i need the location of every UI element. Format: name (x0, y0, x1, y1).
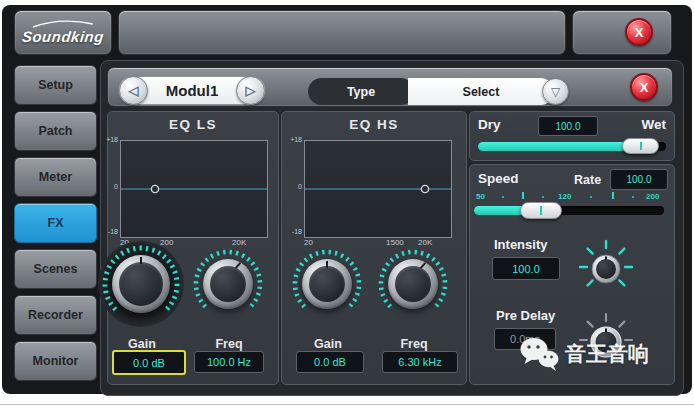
knob-notch (326, 261, 328, 268)
module-selector[interactable]: ◁ Modul1 ▷ (118, 76, 266, 105)
rate-value[interactable]: 100.0 (610, 169, 668, 190)
module-name: Modul1 (166, 82, 219, 99)
wechat-icon (518, 336, 560, 372)
logo-text: Soundking (21, 28, 105, 45)
eq-ls-graph[interactable] (120, 140, 268, 238)
wet-label: Wet (641, 117, 666, 132)
dry-wet-panel: Dry 100.0 Wet (469, 111, 675, 161)
intensity-value[interactable]: 100.0 (492, 257, 560, 280)
speed-handle[interactable] (520, 202, 562, 219)
intensity-knob[interactable] (574, 235, 638, 299)
soundking-logo: Soundking (15, 11, 111, 54)
eq-ls-point[interactable] (151, 185, 158, 192)
eq-hs-panel: EQ HS +18 0 -18 20 1500 20K (281, 111, 467, 385)
logo-button[interactable]: Soundking (14, 10, 112, 55)
eq-hs-freq-label: Freq (378, 337, 450, 351)
sidebar-item-recorder[interactable]: Recorder (14, 295, 97, 335)
rate-label: Rate (574, 173, 601, 187)
eq-hs-gain-label: Gain (292, 337, 364, 351)
scale-tick (502, 196, 504, 198)
eq-ls-gain-label: Gain (106, 337, 178, 351)
arrow-right-icon: ▷ (246, 83, 256, 98)
eq-hs-ymid: 0 (287, 183, 302, 190)
eq-ls-curve (121, 141, 267, 237)
scale-tick (612, 192, 614, 199)
intensity-label: Intensity (494, 237, 547, 252)
type-dropdown-button[interactable]: ▽ (542, 78, 569, 105)
scale-200: 200 (646, 192, 659, 201)
dry-label: Dry (478, 117, 501, 132)
type-select-field[interactable]: Select (408, 78, 554, 105)
eq-hs-ymin: -18 (287, 228, 302, 235)
fx-close-button[interactable]: X (630, 73, 658, 101)
scale-tick (522, 192, 524, 199)
eq-hs-graph[interactable] (304, 140, 452, 238)
module-row: ◁ Modul1 ▷ Type Select ▽ X (107, 67, 673, 107)
chevron-down-icon: ▽ (551, 85, 560, 99)
scale-tick (632, 196, 634, 198)
eq-hs-gain-value[interactable]: 0.0 dB (296, 351, 364, 373)
dry-wet-handle[interactable] (622, 138, 659, 154)
knob-notch (140, 257, 142, 264)
eq-ls-freq-knob[interactable] (189, 245, 267, 323)
bottom-divider (0, 404, 694, 405)
scale-120: 120 (558, 192, 571, 201)
eq-ls-freq-value[interactable]: 100.0 Hz (194, 351, 264, 373)
speed-slider[interactable] (474, 206, 664, 215)
speed-label: Speed (478, 171, 519, 186)
watermark: 音王音响 (518, 336, 649, 372)
logo-swoosh-icon (31, 20, 95, 28)
scale-50: 50 (476, 192, 485, 201)
eq-hs-freq-value[interactable]: 6.30 kHz (382, 351, 458, 373)
sidebar-item-fx[interactable]: FX (14, 203, 97, 243)
eq-hs-ymax: +18 (287, 136, 302, 143)
sidebar-item-meter[interactable]: Meter (14, 157, 97, 197)
knob-notch (235, 262, 241, 269)
slider-fill (478, 142, 643, 151)
eq-ls-freq-label: Freq (193, 337, 265, 351)
window-close-button[interactable]: X (625, 18, 653, 46)
eq-hs-freq-knob[interactable] (374, 245, 452, 323)
app-frame: Soundking X Setup Patch Meter FX Scenes … (2, 5, 692, 394)
sidebar-item-scenes[interactable]: Scenes (14, 249, 97, 289)
type-label: Type (308, 78, 414, 105)
eq-ls-gain-value[interactable]: 0.0 dB (112, 350, 186, 375)
eq-hs-title: EQ HS (282, 117, 466, 132)
eq-ls-panel: EQ LS +18 0 -18 20 200 20K (107, 111, 279, 385)
sidebar-item-patch[interactable]: Patch (14, 111, 97, 151)
predelay-label: Pre Delay (496, 308, 555, 323)
module-next-button[interactable]: ▷ (236, 76, 265, 105)
eq-ls-title: EQ LS (108, 117, 278, 132)
eq-hs-point[interactable] (421, 185, 428, 192)
watermark-text: 音王音响 (565, 340, 649, 368)
eq-ls-ymin: -18 (103, 228, 118, 235)
eq-ls-ymax: +18 (103, 136, 118, 143)
scale-tick (542, 196, 544, 198)
module-prev-button[interactable]: ◁ (119, 76, 148, 105)
sidebar-item-setup[interactable]: Setup (14, 65, 97, 105)
window-close-panel: X (572, 10, 672, 55)
arrow-left-icon: ◁ (129, 83, 139, 98)
title-bar (118, 10, 566, 55)
eq-ls-gain-knob[interactable] (97, 240, 185, 328)
dry-wet-value[interactable]: 100.0 (538, 116, 598, 136)
sidebar-item-monitor[interactable]: Monitor (14, 341, 97, 381)
eq-ls-ymid: 0 (103, 183, 118, 190)
eq-hs-gain-knob[interactable] (288, 245, 366, 323)
eq-hs-curve (305, 141, 451, 237)
scale-tick (590, 196, 592, 198)
knob-notch (420, 262, 426, 269)
